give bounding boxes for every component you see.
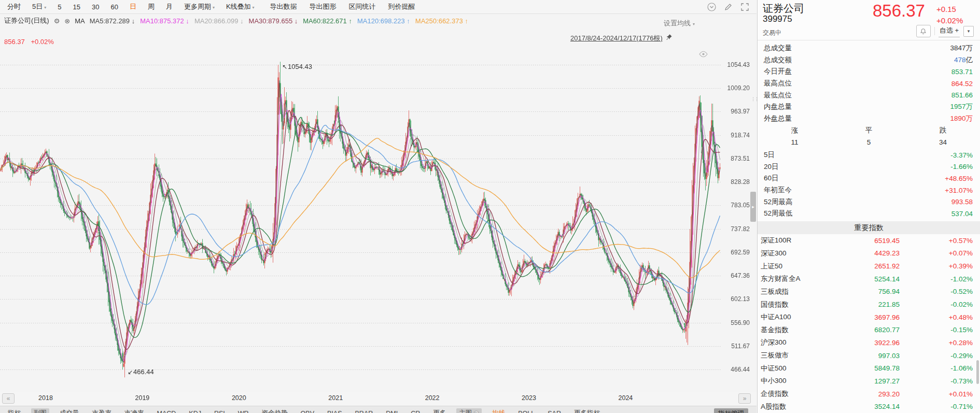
- indicator-tab-指标[interactable]: 指标: [5, 408, 23, 413]
- index-row[interactable]: 上证502651.92+0.39%: [758, 260, 980, 273]
- index-row[interactable]: 国债指数221.85-0.02%: [758, 298, 980, 311]
- period-60[interactable]: 60: [110, 2, 118, 11]
- period-15[interactable]: 15: [73, 2, 80, 11]
- indicator-tab-KDJ[interactable]: KDJ: [186, 408, 204, 413]
- y-axis-label: 737.82: [717, 225, 750, 233]
- add-watchlist-button[interactable]: 自选 +: [939, 25, 960, 37]
- action-导出图形[interactable]: 导出图形: [310, 2, 337, 11]
- index-row[interactable]: 中证5005849.78-1.06%: [758, 362, 980, 375]
- pin-icon[interactable]: [665, 34, 673, 43]
- period-K线叠加[interactable]: K线叠加▾: [226, 2, 255, 11]
- index-row[interactable]: 沪深3003922.96+0.28%: [758, 336, 980, 349]
- ma-settings-button[interactable]: 设置均线 ▾: [664, 19, 695, 28]
- chevron-down-icon: ▾: [213, 5, 215, 10]
- range-row: 20日-1.66%: [758, 161, 980, 173]
- period-5日[interactable]: 5日▾: [32, 2, 46, 11]
- period-group: 分时5日▾5153060日周月更多周期▾K线叠加▾: [7, 2, 255, 11]
- index-name: 基金指数: [761, 325, 838, 335]
- indicator-tab-OBV[interactable]: OBV: [298, 408, 317, 413]
- stat-label: 最高点位: [764, 79, 792, 88]
- close-circle-icon[interactable]: ⊗: [64, 17, 70, 25]
- bell-icon[interactable]: [916, 25, 931, 37]
- indicator-tab-MACD[interactable]: MACD: [155, 408, 179, 413]
- indicator-tab-CR[interactable]: CR: [408, 408, 423, 413]
- index-name: 深证100R: [761, 236, 838, 245]
- kline-canvas[interactable]: [0, 0, 753, 392]
- y-axis-label: 1054.43: [717, 61, 750, 68]
- scroll-left-button[interactable]: «: [2, 393, 15, 404]
- last-price: 856.37: [873, 1, 925, 21]
- date-range-link[interactable]: 2017/8/24-2024/12/17(1776根): [570, 34, 663, 43]
- gear-icon[interactable]: ⚙: [54, 17, 60, 25]
- scroll-right-button[interactable]: »: [738, 393, 751, 404]
- period-5[interactable]: 5: [58, 2, 61, 11]
- indicator-tab-BIAS[interactable]: BIAS: [325, 408, 345, 413]
- index-change-pct: -1.06%: [900, 364, 973, 372]
- indicator-manage-button[interactable]: 指标管理: [714, 408, 748, 413]
- index-row[interactable]: 深证3004429.23+0.07%: [758, 247, 980, 260]
- stat-value: 851.66: [951, 91, 973, 99]
- stat-value: 853.71: [951, 68, 973, 76]
- index-value: 6820.77: [838, 326, 900, 334]
- indicator-tab-主图[interactable]: 主图?: [456, 408, 482, 413]
- index-list: 深证100R6519.45+0.57%深证3004429.23+0.07%上证5…: [758, 234, 980, 413]
- indicator-tab-更多指标[interactable]: 更多指标: [571, 408, 603, 413]
- fullscreen-icon[interactable]: [740, 2, 749, 11]
- indicator-tab-市净率[interactable]: 市净率: [122, 408, 147, 413]
- period-分时[interactable]: 分时: [7, 2, 21, 11]
- period-30[interactable]: 30: [92, 2, 99, 11]
- indicator-tab-资金趋势[interactable]: 资金趋势: [259, 408, 290, 413]
- index-value: 997.03: [838, 352, 900, 360]
- collapse-circle-icon[interactable]: [707, 2, 716, 11]
- indicator-tab-更多[interactable]: 更多: [430, 408, 449, 413]
- dropdown-caret-icon[interactable]: ▾: [963, 26, 974, 37]
- indicator-tab-市盈率[interactable]: 市盈率: [90, 408, 115, 413]
- index-row[interactable]: 深证100R6519.45+0.57%: [758, 234, 980, 247]
- indicator-tab-WR[interactable]: WR: [235, 408, 251, 413]
- range-value: +31.07%: [945, 187, 973, 194]
- period-更多周期[interactable]: 更多周期▾: [184, 2, 215, 11]
- period-周[interactable]: 周: [148, 2, 155, 11]
- indicator-tab-均线[interactable]: 均线: [489, 408, 508, 413]
- indicator-tab-RSI[interactable]: RSI: [212, 408, 228, 413]
- indicator-tab-BOLL[interactable]: BOLL: [515, 408, 537, 413]
- action-导出数据[interactable]: 导出数据: [270, 2, 297, 11]
- stat-row: 今日开盘853.71: [758, 66, 980, 78]
- updown-header: 涨: [758, 126, 832, 135]
- price-change-pct: +0.02%: [936, 16, 963, 25]
- index-row[interactable]: 中小3001297.27-0.73%: [758, 375, 980, 388]
- stat-value: 1890万: [950, 114, 973, 123]
- ma-value-ma60: MA60:822.671 ↑: [303, 17, 352, 25]
- index-row[interactable]: 基金指数6820.77-0.15%: [758, 323, 980, 336]
- action-区间统计[interactable]: 区间统计: [349, 2, 376, 11]
- index-row[interactable]: 企债指数293.20+0.01%: [758, 388, 980, 401]
- ma-value-ma10: MA10:875.372 ↓: [140, 17, 189, 25]
- indicator-tab-SAR[interactable]: SAR: [545, 408, 564, 413]
- range-label: 年初至今: [764, 186, 792, 195]
- index-row[interactable]: A股指数3524.14-0.71%: [758, 400, 980, 413]
- index-row[interactable]: 三板做市997.03-0.29%: [758, 349, 980, 362]
- period-日[interactable]: 日: [130, 2, 136, 11]
- index-row[interactable]: 三板成指756.94-0.52%: [758, 286, 980, 298]
- indicator-tab-BRAR[interactable]: BRAR: [353, 408, 376, 413]
- advance-decline-headers: 涨平跌: [758, 124, 980, 136]
- index-name: 上证50: [761, 262, 838, 271]
- ma-value-ma250: MA250:662.373 ↑: [415, 17, 468, 25]
- x-axis-label: 2023: [522, 394, 536, 402]
- edit-icon[interactable]: [723, 2, 733, 11]
- panel-collapse-handle[interactable]: ▸: [750, 192, 756, 222]
- indicator-tab-成交量[interactable]: 成交量: [57, 408, 82, 413]
- chart-legend: 证券公司(日线) ⚙ ⊗ MA MA5:872.289 ↓MA10:875.37…: [4, 16, 468, 25]
- indicator-tab-副图[interactable]: 副图: [31, 408, 49, 413]
- eye-icon[interactable]: [699, 50, 708, 60]
- x-axis-label: 2018: [38, 394, 53, 402]
- index-row[interactable]: 中证A1003697.96+0.48%: [758, 311, 980, 324]
- index-name: 国债指数: [761, 300, 838, 309]
- period-月[interactable]: 月: [166, 2, 173, 11]
- panel-scrollbar[interactable]: [976, 360, 979, 384]
- indicator-tab-DMI[interactable]: DMI: [383, 408, 400, 413]
- index-name: 企债指数: [761, 389, 838, 398]
- range-row: 年初至今+31.07%: [758, 184, 980, 196]
- action-到价提醒[interactable]: 到价提醒: [388, 2, 415, 11]
- index-row[interactable]: 东方财富全A5254.14-1.02%: [758, 273, 980, 286]
